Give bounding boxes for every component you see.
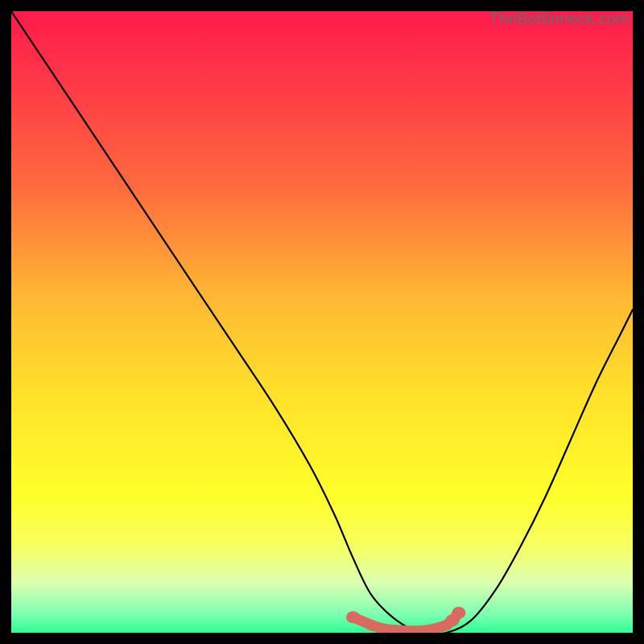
highlight-dot	[452, 607, 465, 619]
highlight-dot	[346, 611, 360, 623]
watermark-text: TheBottleneck.com	[489, 10, 630, 28]
gradient-background	[11, 11, 633, 633]
chart-frame: TheBottleneck.com	[11, 11, 633, 633]
highlight-dot	[365, 620, 378, 630]
bottleneck-chart	[11, 11, 633, 633]
